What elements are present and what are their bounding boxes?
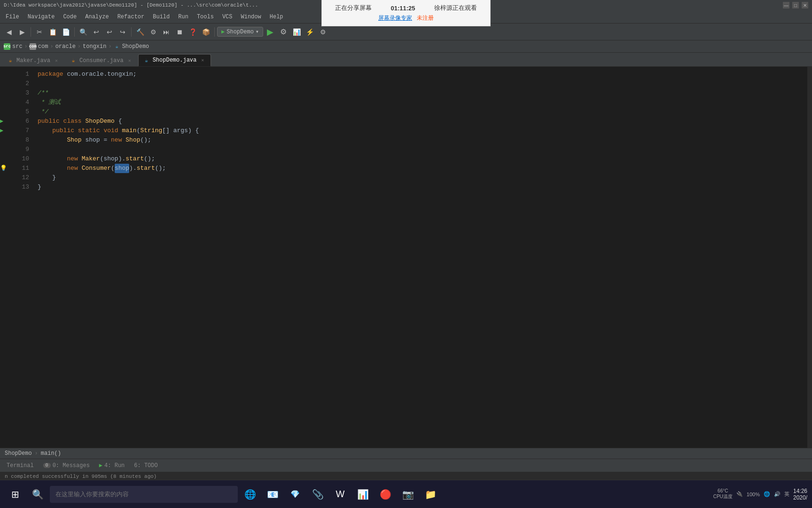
shop-class: Shop [67,135,85,145]
tab-consumerjava[interactable]: ☕ Consumer.java ✕ [65,54,138,66]
taskbar-app-edge2[interactable]: 📧 [262,484,283,505]
bottom-tab-messages[interactable]: 0 0: Messages [39,461,94,470]
taskbar-app-word[interactable]: W [330,484,351,505]
line-num-6: 6 [9,117,29,126]
menu-refactor[interactable]: Refactor [114,12,148,22]
toolbar-coverage-button[interactable]: 📊 [290,26,303,38]
tab-close-maker[interactable]: ✕ [53,57,60,64]
run-config-chevron: ▾ [256,28,259,35]
toolbar-forward-button[interactable]: ▶ [16,26,28,38]
toolbar-stop-button[interactable]: ⏹ [173,26,186,38]
taskbar-lang[interactable]: 英 [784,491,789,498]
maximize-button[interactable]: □ [792,2,799,8]
share-viewer: 徐梓源正在观看 [434,4,477,12]
window-controls[interactable]: — □ ✕ [783,2,808,8]
toolbar-extra-button[interactable]: 📦 [200,26,212,38]
indent1 [38,126,52,135]
nav-breadcrumb: ShopDemo › main() [0,448,812,459]
src-icon: src [4,43,10,50]
close-button[interactable]: ✕ [802,2,808,8]
toolbar-paste-button[interactable]: 📄 [60,26,72,38]
code-editor[interactable]: package com.oracle.tongxin; /** * 测试 */ … [33,67,807,448]
menu-file[interactable]: File [2,12,23,22]
breadcrumb-shopdemo[interactable]: ☕ ShopDemo [114,43,149,50]
toolbar-undo-button[interactable]: ↩ [103,26,116,38]
breadcrumb-com[interactable]: com com [30,43,48,50]
taskbar-app-ppt[interactable]: 📊 [352,484,373,505]
bottom-tab-terminal[interactable]: Terminal [3,461,38,470]
line-num-1: 1 [9,70,29,79]
breadcrumb-tongxin[interactable]: tongxin [83,43,106,50]
line-num-3: 3 [9,88,29,98]
taskbar-app-edge[interactable]: 🌐 [240,484,260,505]
breadcrumb-oracle[interactable]: oracle [55,43,76,50]
kw-public2: public [52,126,78,135]
toolbar-build-button[interactable]: 🔨 [134,26,146,38]
main-run-icon[interactable]: ▶ [0,126,3,135]
minimize-button[interactable]: — [783,2,789,8]
main-method: main [122,126,136,135]
toolbar-redo-button[interactable]: ↪ [117,26,129,38]
string-class: String [140,126,162,135]
bracket1: [] [162,126,173,135]
taskbar-right: 66°CCPU温度 🔌 100% 🌐 🔊 英 14:26 2020/ [713,488,807,501]
menu-vcs[interactable]: VCS [219,12,236,22]
tab-shopdemojava[interactable]: ☕ ShopDemo.java ✕ [138,54,211,66]
toolbar-profile-button[interactable]: ⚡ [304,26,316,38]
debug-run-button[interactable]: ⚙ [277,26,289,38]
tab-makerjava[interactable]: ☕ Maker.java ✕ [2,54,65,66]
toolbar-step-button[interactable]: ⏭ [160,26,172,38]
toolbar-search-button[interactable]: 🔍 [77,26,89,38]
class-run-icon[interactable]: ▶ [0,117,3,126]
comment-open: /** [38,88,48,98]
bottom-tab-todo[interactable]: 6: TODO [130,461,161,470]
tab-close-consumer[interactable]: ✕ [126,57,133,64]
taskbar-app-explorer[interactable]: 📁 [420,484,441,505]
menu-code[interactable]: Code [59,12,80,22]
toolbar-debug-button[interactable]: ⚙ [147,26,159,38]
taskbar-app-notepad[interactable]: 📎 [307,484,328,505]
brace-close2: } [38,183,41,192]
nav-item-shopdemo[interactable]: ShopDemo [5,450,32,457]
shop-highlight: shop [115,164,129,173]
share-link1[interactable]: 屏幕录像专家 [378,14,412,22]
run-button[interactable]: ▶ [264,26,276,38]
gutter-s10 [0,154,9,164]
scrollbar-area[interactable] [807,67,812,448]
gutter-class-arrow[interactable]: ▶ [0,117,9,126]
menu-tools[interactable]: Tools [193,12,218,22]
share-time: 01:11:25 [390,5,415,12]
line-num-5: 5 [9,107,29,117]
toolbar-copy-button[interactable]: 📋 [47,26,59,38]
taskbar-search-button[interactable]: 🔍 [27,484,48,505]
kw-class: class [63,117,86,126]
bulb-icon[interactable]: 💡 [0,164,7,173]
line-num-2: 2 [9,79,29,88]
taskbar-app-red[interactable]: 🔴 [375,484,396,505]
gutter-bulb[interactable]: 💡 [0,164,9,173]
menu-help[interactable]: Help [266,12,287,22]
bottom-tab-run[interactable]: ▶ 4: Run [95,461,128,470]
taskbar-apps: 🌐 📧 💎 📎 W 📊 🔴 📷 📁 [240,484,441,505]
toolbar-settings-button[interactable]: ⚙ [317,26,329,38]
taskbar-search-input[interactable] [50,486,238,503]
menu-navigate[interactable]: Navigate [24,12,59,22]
tab-close-shopdemo[interactable]: ✕ [199,57,206,64]
toolbar-back-button[interactable]: ◀ [3,26,15,38]
menu-run[interactable]: Run [174,12,192,22]
taskbar-app-camera[interactable]: 📷 [398,484,418,505]
toolbar-cut-button[interactable]: ✂ [33,26,46,38]
toolbar-help-button[interactable]: ❓ [187,26,199,38]
menu-analyze[interactable]: Analyze [81,12,112,22]
share-unreg[interactable]: 未注册 [417,14,434,22]
breadcrumb-src-label: src [12,43,23,50]
taskbar-start-button[interactable]: ⊞ [5,484,25,505]
gutter-main-arrow[interactable]: ▶ [0,126,9,135]
breadcrumb-src[interactable]: src src [4,43,23,50]
toolbar-replace-button[interactable]: ↩ [90,26,102,38]
taskbar-app-idea[interactable]: 💎 [285,484,305,505]
menu-build[interactable]: Build [149,12,173,22]
menu-window[interactable]: Window [237,12,265,22]
nav-item-main[interactable]: main() [41,450,61,457]
run-config-selector[interactable]: ▶ ShopDemo ▾ [217,27,263,37]
